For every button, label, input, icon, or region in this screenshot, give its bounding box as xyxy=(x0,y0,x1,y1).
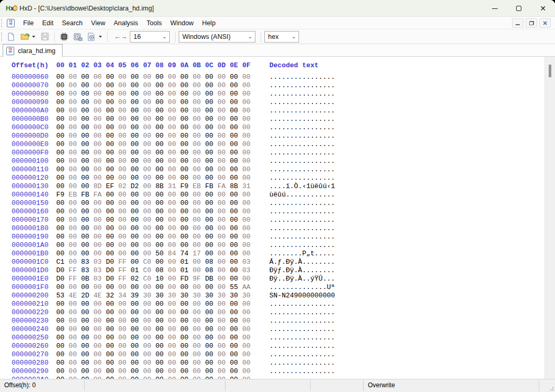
hex-byte[interactable]: 00 xyxy=(69,107,81,115)
hex-byte[interactable]: 00 xyxy=(230,149,242,157)
hex-byte[interactable]: 00 xyxy=(242,115,255,123)
menu-help[interactable]: Help xyxy=(198,18,220,28)
hex-byte[interactable]: D0 xyxy=(106,275,118,283)
hex-byte[interactable]: 00 xyxy=(56,359,69,367)
hex-byte[interactable]: 00 xyxy=(118,115,131,123)
hex-byte[interactable]: 00 xyxy=(106,325,118,334)
hex-byte[interactable]: 00 xyxy=(156,308,168,317)
hex-byte[interactable]: 00 xyxy=(218,367,230,376)
hex-byte[interactable]: 00 xyxy=(106,208,118,216)
hex-byte[interactable]: 00 xyxy=(156,334,168,342)
hex-byte[interactable]: 00 xyxy=(118,123,131,132)
hex-byte[interactable]: 00 xyxy=(143,308,156,317)
hex-byte[interactable]: 00 xyxy=(218,250,230,258)
decoded-text[interactable]: ................ xyxy=(270,81,555,90)
hex-byte[interactable]: 00 xyxy=(156,300,168,308)
decoded-text[interactable]: ................ xyxy=(270,90,555,98)
hex-byte[interactable]: 00 xyxy=(94,325,106,334)
hex-byte[interactable]: 00 xyxy=(56,283,69,292)
decoded-text[interactable]: ................ xyxy=(270,325,555,334)
hex-byte[interactable]: 00 xyxy=(118,149,131,157)
hex-byte[interactable]: 00 xyxy=(242,157,255,166)
decoded-text[interactable]: ................ xyxy=(270,208,555,216)
hex-byte[interactable]: 00 xyxy=(230,157,242,166)
hex-byte[interactable]: 00 xyxy=(205,140,218,149)
hex-byte[interactable]: 00 xyxy=(131,123,143,132)
hex-byte[interactable]: 00 xyxy=(205,81,218,90)
hex-byte[interactable]: 00 xyxy=(180,98,193,107)
decoded-text[interactable]: ................ xyxy=(270,233,555,241)
hex-byte[interactable]: 30 xyxy=(143,292,156,300)
hex-byte[interactable]: 00 xyxy=(118,157,131,166)
hex-byte[interactable]: 00 xyxy=(193,266,205,275)
hex-byte[interactable]: 00 xyxy=(230,367,242,376)
hex-byte[interactable]: 00 xyxy=(230,98,242,107)
hex-byte[interactable]: 00 xyxy=(193,367,205,376)
hex-byte[interactable]: 00 xyxy=(143,191,156,199)
hex-byte[interactable]: 00 xyxy=(81,359,94,367)
decoded-text[interactable]: ................ xyxy=(270,123,555,132)
decoded-text[interactable]: ................ xyxy=(270,334,555,342)
hex-byte[interactable]: 00 xyxy=(205,300,218,308)
hex-byte[interactable]: 00 xyxy=(69,317,81,325)
hex-byte[interactable]: 00 xyxy=(193,115,205,123)
save-button-disabled[interactable] xyxy=(38,30,51,43)
hex-byte[interactable]: 00 xyxy=(69,123,81,132)
hex-byte[interactable]: 00 xyxy=(242,174,255,182)
hex-byte[interactable]: 00 xyxy=(180,350,193,359)
hex-byte[interactable]: 00 xyxy=(81,334,94,342)
hex-byte[interactable]: 00 xyxy=(81,342,94,350)
hex-byte[interactable]: 00 xyxy=(180,81,193,90)
hex-byte[interactable]: 00 xyxy=(205,157,218,166)
hex-byte[interactable]: 00 xyxy=(168,140,180,149)
hex-byte[interactable]: 00 xyxy=(168,317,180,325)
hex-byte[interactable]: 00 xyxy=(56,308,69,317)
hex-byte[interactable]: 00 xyxy=(118,241,131,250)
hex-byte[interactable]: 00 xyxy=(131,359,143,367)
hex-byte[interactable]: 00 xyxy=(205,334,218,342)
hex-byte[interactable]: 00 xyxy=(168,325,180,334)
hex-byte[interactable]: 00 xyxy=(242,90,255,98)
hex-byte[interactable]: 00 xyxy=(156,115,168,123)
hex-byte[interactable]: 00 xyxy=(193,166,205,174)
hex-byte[interactable]: 00 xyxy=(180,325,193,334)
hex-byte[interactable]: 00 xyxy=(94,208,106,216)
hex-byte[interactable]: 00 xyxy=(131,342,143,350)
hex-byte[interactable]: 00 xyxy=(168,166,180,174)
hex-byte[interactable]: 00 xyxy=(143,233,156,241)
hex-byte[interactable]: 00 xyxy=(193,317,205,325)
hex-byte[interactable]: 00 xyxy=(168,258,180,266)
hex-byte[interactable]: 00 xyxy=(81,224,94,233)
hex-byte[interactable]: 03 xyxy=(94,258,106,266)
hex-byte[interactable]: 00 xyxy=(230,350,242,359)
hex-byte[interactable]: 00 xyxy=(205,191,218,199)
hex-byte[interactable]: 00 xyxy=(180,241,193,250)
hex-byte[interactable]: 00 xyxy=(131,367,143,376)
hex-byte[interactable]: 00 xyxy=(156,241,168,250)
hex-byte[interactable]: 00 xyxy=(218,224,230,233)
hex-byte[interactable]: 00 xyxy=(180,90,193,98)
hex-byte[interactable]: 00 xyxy=(143,182,156,191)
hex-byte[interactable]: 00 xyxy=(118,250,131,258)
hex-byte[interactable]: 00 xyxy=(168,107,180,115)
hex-byte[interactable]: 00 xyxy=(143,317,156,325)
hex-byte[interactable]: 00 xyxy=(168,350,180,359)
hex-byte[interactable]: 00 xyxy=(205,233,218,241)
hex-byte[interactable]: 00 xyxy=(242,199,255,208)
hex-byte[interactable]: 00 xyxy=(180,216,193,224)
hex-byte[interactable]: 08 xyxy=(156,266,168,275)
hex-byte[interactable]: FB xyxy=(205,182,218,191)
hex-byte[interactable]: 00 xyxy=(230,123,242,132)
hex-byte[interactable]: 00 xyxy=(56,367,69,376)
hex-byte[interactable]: 00 xyxy=(230,191,242,199)
decoded-text[interactable]: ................ xyxy=(270,140,555,149)
hex-byte[interactable]: 00 xyxy=(81,132,94,140)
hex-byte[interactable]: 00 xyxy=(180,132,193,140)
hex-byte[interactable]: 00 xyxy=(218,325,230,334)
hex-byte[interactable]: 00 xyxy=(106,300,118,308)
hex-byte[interactable]: 00 xyxy=(94,317,106,325)
hex-byte[interactable]: D2 xyxy=(131,182,143,191)
hex-byte[interactable]: C0 xyxy=(143,258,156,266)
hex-byte[interactable]: 00 xyxy=(118,367,131,376)
hex-byte[interactable]: 00 xyxy=(156,191,168,199)
